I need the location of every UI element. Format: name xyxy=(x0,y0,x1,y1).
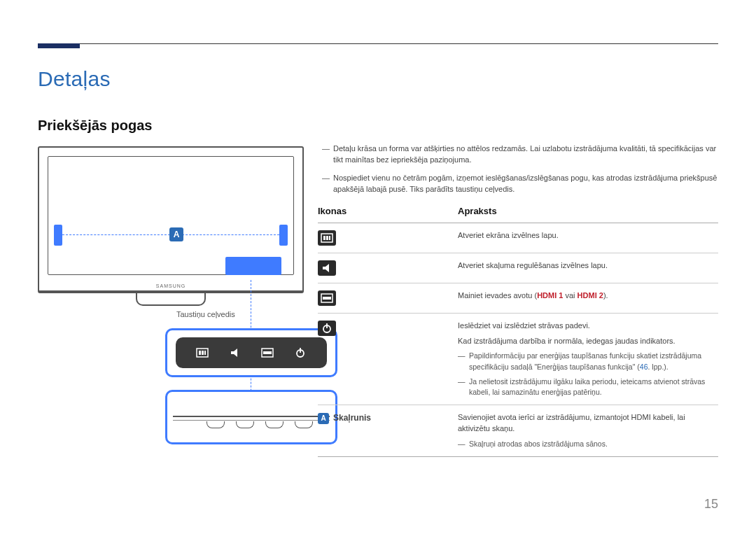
cross-section-detail xyxy=(165,390,337,444)
speaker-highlight-left xyxy=(54,225,62,246)
note-spec-change: Detaļu krāsa un forma var atšķirties no … xyxy=(318,143,718,166)
xsection-edge2 xyxy=(173,420,330,421)
port-outline xyxy=(295,421,313,428)
icon-cell xyxy=(318,230,458,246)
icon-cell xyxy=(318,321,458,398)
icon-cell xyxy=(318,260,458,276)
speaker-label-text: Skaļrunis xyxy=(333,412,371,424)
power-icon xyxy=(294,346,307,359)
tv-outline: A SAMSUNG xyxy=(38,146,304,293)
desc-power-line2: Kad izstrādājuma darbība ir normāla, ied… xyxy=(458,336,718,347)
button-panel-detail xyxy=(165,328,337,377)
front-buttons-figure: A SAMSUNG Taustiņu ceļvedis xyxy=(38,143,304,451)
port-outline xyxy=(265,421,284,428)
icon-cell xyxy=(318,290,458,306)
desc-power-sub1: Papildinformāciju par enerģijas taupīšan… xyxy=(458,351,718,372)
callout-badge-a-small: A xyxy=(318,413,329,424)
note-press-button: Nospiediet vienu no četrām pogām, izņemo… xyxy=(318,173,718,195)
figure-caption: Taustiņu ceļvedis xyxy=(176,310,235,318)
callout-badge-a: A xyxy=(169,227,183,241)
volume-icon xyxy=(229,346,241,359)
section-heading: Priekšējās pogas xyxy=(38,118,152,134)
svg-marker-13 xyxy=(323,264,329,272)
desc-menu: Atveriet ekrāna izvēlnes lapu. xyxy=(458,230,718,246)
table-row: A Skaļrunis Savienojiet avota ierīci ar … xyxy=(318,405,718,457)
header-accent-tab xyxy=(38,43,80,48)
table-row: Mainiet ievades avotu (HDMI 1 vai HDMI 2… xyxy=(318,283,718,314)
table-row: Ieslēdziet vai izslēdziet strāvas padevi… xyxy=(318,314,718,406)
table-row: Atveriet ekrāna izvēlnes lapu. xyxy=(318,223,718,253)
tv-stand xyxy=(136,293,206,306)
table-row: Atveriet skaļuma regulēšanas izvēlnes la… xyxy=(318,253,718,283)
header-rule xyxy=(38,43,718,44)
xsection-edge xyxy=(173,416,330,417)
speaker-label: A Skaļrunis xyxy=(318,412,371,424)
desc-speaker-main: Savienojiet avota ierīci ar izstrādājumu… xyxy=(458,412,718,435)
power-icon xyxy=(318,321,336,336)
hdmi2-label: HDMI 2 xyxy=(578,291,603,300)
desc-source: Mainiet ievades avotu (HDMI 1 vai HDMI 2… xyxy=(458,290,718,306)
desc-source-mid: vai xyxy=(563,291,577,300)
button-panel-inner xyxy=(176,337,327,368)
desc-speaker: Savienojiet avota ierīci ar izstrādājumu… xyxy=(458,412,718,449)
menu-icon xyxy=(196,346,209,359)
power-sub1-post: . lpp.). xyxy=(648,363,668,371)
desc-power: Ieslēdziet vai izslēdziet strāvas padevi… xyxy=(458,321,718,398)
svg-rect-17 xyxy=(326,323,328,328)
svg-rect-3 xyxy=(204,351,206,355)
desc-speaker-sub: Skaļruņi atrodas abos izstrādājuma sānos… xyxy=(458,439,718,449)
speaker-highlight-right xyxy=(279,225,288,246)
table-header-desc: Apraksts xyxy=(458,205,718,218)
desc-source-post: ). xyxy=(603,291,608,300)
svg-rect-15 xyxy=(323,297,331,300)
port-outline xyxy=(206,421,225,428)
volume-icon xyxy=(318,260,336,276)
svg-rect-8 xyxy=(300,348,301,353)
svg-rect-11 xyxy=(326,236,328,240)
page-number: 15 xyxy=(704,497,718,512)
source-icon xyxy=(261,346,274,359)
front-button-area-highlight xyxy=(225,257,281,275)
page-title: Detaļas xyxy=(38,67,111,91)
menu-icon xyxy=(318,230,336,246)
desc-power-line1: Ieslēdziet vai izslēdziet strāvas padevi… xyxy=(458,321,718,332)
svg-rect-12 xyxy=(329,236,330,240)
tv-brand-text: SAMSUNG xyxy=(39,283,302,288)
svg-rect-6 xyxy=(263,351,272,354)
desc-source-pre: Mainiet ievades avotu ( xyxy=(458,291,537,300)
desc-power-sub2: Ja nelietosit izstrādājumu ilgāku laika … xyxy=(458,377,718,398)
page-link-46[interactable]: 46 xyxy=(640,363,648,371)
icon-cell: A Skaļrunis xyxy=(318,412,458,449)
svg-marker-4 xyxy=(231,349,237,357)
description-column: Detaļu krāsa un forma var atšķirties no … xyxy=(318,143,718,457)
table-header-row: Ikonas Apraksts xyxy=(318,205,718,223)
svg-rect-10 xyxy=(323,236,326,240)
table-header-icons: Ikonas xyxy=(318,205,458,218)
desc-volume: Atveriet skaļuma regulēšanas izvēlnes la… xyxy=(458,260,718,276)
hdmi1-label: HDMI 1 xyxy=(537,291,563,300)
svg-rect-2 xyxy=(202,351,204,355)
svg-rect-1 xyxy=(199,351,201,355)
source-icon xyxy=(318,290,336,306)
port-outline xyxy=(236,421,254,428)
